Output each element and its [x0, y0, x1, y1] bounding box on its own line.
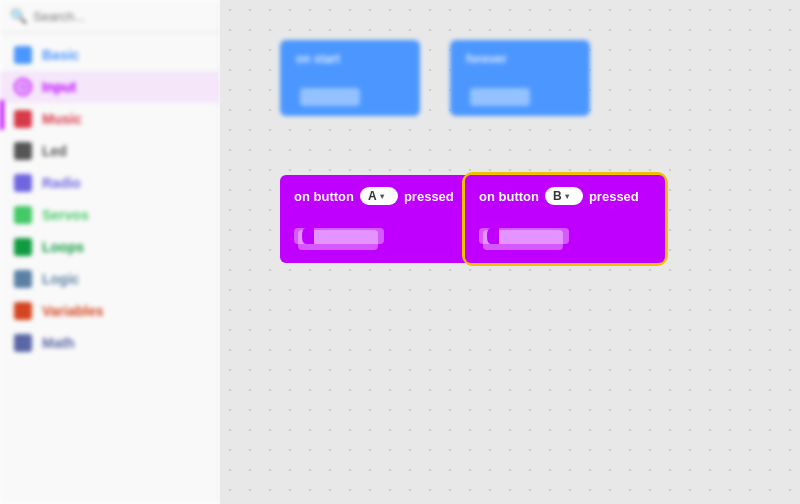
servos-icon [14, 206, 32, 224]
blue-block-2-label: forever [466, 52, 507, 66]
sidebar-label-radio: Radio [42, 175, 81, 191]
active-indicator [0, 100, 4, 130]
variables-icon [14, 302, 32, 320]
block-b-post-text: pressed [589, 189, 639, 204]
sidebar-item-loops[interactable]: Loops [0, 231, 219, 263]
input-icon: ⊙ [14, 78, 32, 96]
sidebar-label-led: Led [42, 143, 67, 159]
sidebar-item-music[interactable]: Music [0, 103, 219, 135]
blue-block-on-start[interactable]: on start [280, 40, 420, 116]
block-a-dropdown[interactable]: A ▾ [360, 187, 398, 205]
purple-block-b[interactable]: on button B ▾ pressed [465, 175, 665, 263]
blue-block-forever[interactable]: forever [450, 40, 590, 116]
sidebar-label-logic: Logic [42, 271, 79, 287]
sidebar-item-servos[interactable]: Servos [0, 199, 219, 231]
block-a-post-text: pressed [404, 189, 454, 204]
sidebar-label-variables: Variables [42, 303, 104, 319]
loops-icon [14, 238, 32, 256]
sidebar-item-basic[interactable]: Basic [0, 39, 219, 71]
block-b-dropdown[interactable]: B ▾ [545, 187, 583, 205]
blue-block-1-label: on start [296, 52, 340, 66]
logic-icon [14, 270, 32, 288]
math-icon [14, 334, 32, 352]
block-a-pre-text: on button [294, 189, 354, 204]
block-a-dropdown-arrow-icon: ▾ [380, 192, 384, 201]
search-input[interactable] [33, 9, 209, 24]
purple-block-a[interactable]: on button A ▾ pressed [280, 175, 480, 263]
block-b-dropdown-value: B [553, 189, 562, 203]
sidebar-items: Basic ⊙ Input Music Led Radio Servos Loo… [0, 33, 219, 365]
main-canvas[interactable]: on start forever on button A ▾ pressed [220, 0, 800, 504]
search-icon: 🔍 [10, 8, 27, 24]
sidebar-label-math: Math [42, 335, 75, 351]
led-icon [14, 142, 32, 160]
block-a-notch [294, 223, 384, 249]
block-b-pre-text: on button [479, 189, 539, 204]
sidebar-item-radio[interactable]: Radio [0, 167, 219, 199]
basic-icon [14, 46, 32, 64]
sidebar-item-input[interactable]: ⊙ Input [0, 71, 219, 103]
sidebar-label-loops: Loops [42, 239, 84, 255]
block-b-notch [479, 223, 569, 249]
sidebar-label-music: Music [42, 111, 82, 127]
sidebar: 🔍 Basic ⊙ Input Music Led Radio [0, 0, 220, 504]
sidebar-label-basic: Basic [42, 47, 79, 63]
sidebar-item-logic[interactable]: Logic [0, 263, 219, 295]
sidebar-item-math[interactable]: Math [0, 327, 219, 359]
sidebar-label-input: Input [42, 79, 76, 95]
sidebar-item-variables[interactable]: Variables [0, 295, 219, 327]
block-a-dropdown-value: A [368, 189, 377, 203]
sidebar-label-servos: Servos [42, 207, 89, 223]
block-b-dropdown-arrow-icon: ▾ [565, 192, 569, 201]
sidebar-item-led[interactable]: Led [0, 135, 219, 167]
music-icon [14, 110, 32, 128]
radio-icon [14, 174, 32, 192]
search-bar[interactable]: 🔍 [0, 0, 219, 33]
